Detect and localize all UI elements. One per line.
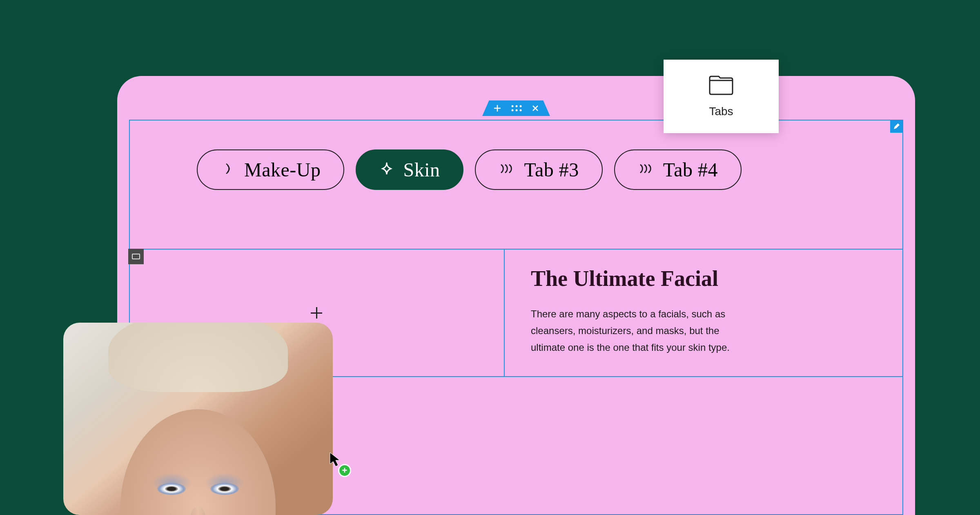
text-column[interactable]: The Ultimate Facial There are many aspec… (505, 250, 903, 376)
add-widget-icon[interactable] (307, 304, 325, 322)
tab-four[interactable]: Tab #4 (614, 149, 742, 190)
add-section-icon[interactable] (494, 105, 501, 112)
column-type-icon (128, 249, 144, 264)
sparkle-icon (379, 161, 394, 178)
tab-label: Skin (403, 158, 440, 181)
tab-skin[interactable]: Skin (356, 149, 463, 190)
tab-label: Tab #3 (524, 158, 579, 181)
tab-makeup[interactable]: Make-Up (197, 149, 344, 190)
tab-label: Tab #4 (663, 158, 718, 181)
edit-section-icon[interactable] (890, 120, 903, 133)
tabs-widget-card[interactable]: Tabs (664, 60, 779, 133)
folder-icon (708, 75, 734, 97)
svg-point-2 (520, 105, 522, 107)
radial-icon (220, 161, 235, 178)
svg-rect-6 (132, 254, 140, 259)
content-heading[interactable]: The Ultimate Facial (531, 266, 877, 291)
grip-icon[interactable] (511, 105, 522, 112)
tab-three[interactable]: Tab #3 (475, 149, 602, 190)
waves-icon (638, 161, 654, 178)
svg-point-5 (520, 109, 522, 111)
svg-point-4 (516, 109, 518, 111)
image-drag-preview[interactable] (63, 323, 333, 515)
drag-cursor: + (329, 452, 342, 470)
svg-point-1 (516, 105, 518, 107)
waves-icon (499, 161, 515, 178)
svg-point-0 (512, 105, 514, 107)
close-section-icon[interactable] (532, 105, 539, 111)
svg-point-3 (512, 109, 514, 111)
tab-label: Make-Up (244, 158, 321, 181)
widget-card-label: Tabs (709, 105, 733, 118)
content-body[interactable]: There are many aspects to a facials, suc… (531, 306, 743, 356)
cursor-add-icon: + (338, 464, 351, 477)
tabs-container: Make-Up Skin Tab #3 (197, 149, 742, 190)
section-drag-handle[interactable] (482, 100, 550, 116)
